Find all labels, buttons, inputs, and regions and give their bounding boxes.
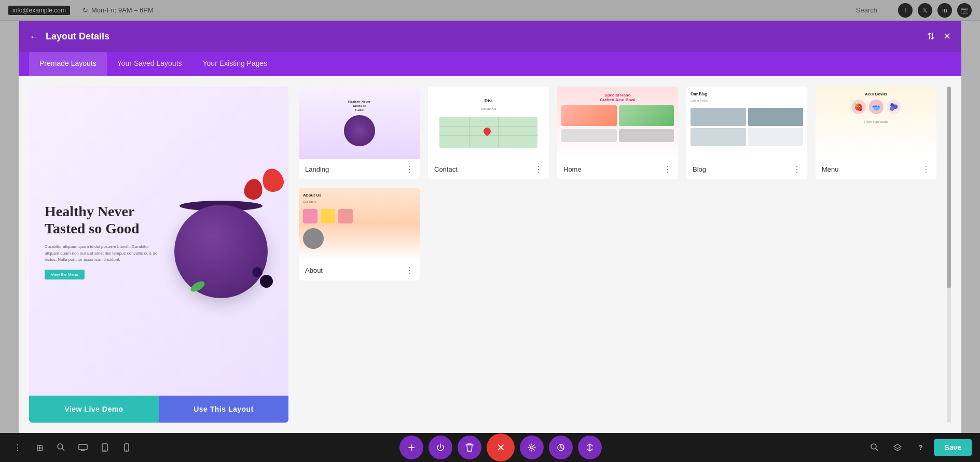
blog-img4 <box>748 128 804 146</box>
about-icon1 <box>303 209 318 223</box>
bowl-graphic <box>174 205 268 298</box>
svg-line-1 <box>62 449 64 451</box>
more-options-button[interactable]: ⋮ <box>8 438 27 457</box>
svg-line-12 <box>876 449 878 451</box>
mobile-view-button[interactable] <box>117 438 136 457</box>
layout-name: Landing <box>305 165 329 173</box>
tab-saved-layouts[interactable]: Your Saved Layouts <box>107 52 192 76</box>
search-right-button[interactable] <box>865 438 884 457</box>
featured-layout-card: Healthy Never Tasted so Good Curabitur a… <box>29 87 288 423</box>
map-pin-icon <box>482 126 492 136</box>
preview-bowl-icon <box>344 115 375 146</box>
home-img4 <box>619 129 674 142</box>
svg-point-8 <box>126 450 127 451</box>
layout-card-menu[interactable]: Acui Bowls 🍓 🥣 🫐 Fresh Ingredients <box>816 87 936 179</box>
layout-card-blog[interactable]: Our Blog Latest Posts Blog ⋮ <box>686 87 807 179</box>
svg-rect-2 <box>79 444 87 450</box>
view-live-demo-button[interactable]: View Live Demo <box>29 396 159 423</box>
layout-menu-icon[interactable]: ⋮ <box>664 164 672 174</box>
layout-name: About <box>305 267 323 274</box>
layout-name: Blog <box>693 165 706 173</box>
tab-existing-pages[interactable]: Your Existing Pages <box>192 52 278 76</box>
scrollbar-thumb[interactable] <box>947 87 951 288</box>
layout-card-home[interactable]: Special HandCrafted Acui Bowl Home ⋮ <box>557 87 678 179</box>
blog-img2 <box>748 108 804 126</box>
layout-card-footer: Blog ⋮ <box>686 159 807 179</box>
about-avatar <box>303 228 324 249</box>
layers-button[interactable] <box>888 438 907 457</box>
svg-point-9 <box>531 446 533 449</box>
layout-preview-home: Special HandCrafted Acui Bowl <box>557 87 678 159</box>
layout-preview-about: About Us Our Story <box>299 188 420 260</box>
featured-body: Curabitur aliquam quam id dui posuere bl… <box>45 244 159 263</box>
strawberry-icon <box>260 166 286 194</box>
desktop-view-button[interactable] <box>74 438 92 457</box>
toolbar-left-section: ⋮ ⊞ <box>8 438 136 457</box>
layout-card-footer: Menu ⋮ <box>816 159 936 179</box>
close-fab-button[interactable]: ✕ <box>487 433 515 461</box>
layout-card-about[interactable]: About Us Our Story About ⋮ <box>299 188 420 281</box>
layout-menu-icon[interactable]: ⋮ <box>534 164 543 174</box>
help-button[interactable]: ? <box>911 438 930 457</box>
layout-card-footer: Landing ⋮ <box>299 159 420 179</box>
history-button[interactable] <box>549 436 573 459</box>
layout-preview-landing: Healthy NeverTasted soGood <box>299 87 420 159</box>
home-img1 <box>561 105 617 126</box>
strawberry2-icon <box>243 177 264 201</box>
portability-icon[interactable]: ⇅ <box>927 31 935 42</box>
save-button[interactable]: Save <box>934 439 972 456</box>
toolbar-right-section: ? Save <box>865 438 972 457</box>
toolbar-center-section: + ✕ <box>140 433 861 461</box>
featured-layout-preview: Healthy Never Tasted so Good Curabitur a… <box>29 87 288 396</box>
layout-card-contact[interactable]: Divi Contact Us Contact ⋮ <box>428 87 549 179</box>
use-this-layout-button[interactable]: Use This Layout <box>159 396 288 423</box>
home-img2 <box>619 105 674 126</box>
svg-point-6 <box>104 450 105 451</box>
layout-grid-button[interactable]: ⊞ <box>30 438 49 457</box>
layout-card-footer: Contact ⋮ <box>428 159 549 179</box>
tab-premade-layouts[interactable]: Premade Layouts <box>29 52 107 76</box>
featured-heading: Healthy Never Tasted so Good <box>45 203 159 237</box>
portability-button[interactable] <box>578 436 602 459</box>
berry-icon <box>260 275 273 288</box>
featured-cta: View the Menu <box>45 270 85 279</box>
layout-menu-icon[interactable]: ⋮ <box>405 164 413 174</box>
layout-card-footer: About ⋮ <box>299 260 420 281</box>
about-icon3 <box>338 209 353 223</box>
layout-name: Contact <box>434 165 458 173</box>
featured-text: Healthy Never Tasted so Good Curabitur a… <box>45 102 159 380</box>
scrollbar-track[interactable] <box>947 87 951 423</box>
layout-menu-icon[interactable]: ⋮ <box>922 164 930 174</box>
layout-preview-blog: Our Blog Latest Posts <box>686 87 807 159</box>
settings-button[interactable] <box>520 436 544 459</box>
add-section-button[interactable]: + <box>399 436 423 459</box>
delete-button[interactable] <box>458 436 481 459</box>
menu-item-icon: 🥣 <box>869 100 884 114</box>
layout-menu-icon[interactable]: ⋮ <box>405 265 413 275</box>
layout-name: Home <box>563 165 582 173</box>
layout-card-landing[interactable]: Healthy NeverTasted soGood Landing ⋮ <box>299 87 420 179</box>
menu-item-icon: 🍓 <box>851 100 866 114</box>
about-icon2 <box>321 209 335 223</box>
tablet-view-button[interactable] <box>95 438 114 457</box>
modal-header: ← Layout Details ⇅ ✕ <box>19 21 961 52</box>
menu-item-icon: 🫐 <box>887 100 901 114</box>
bottom-toolbar: ⋮ ⊞ + ✕ <box>0 433 980 462</box>
map-graphic <box>439 117 537 148</box>
featured-actions: View Live Demo Use This Layout <box>29 396 288 423</box>
search-button[interactable] <box>52 438 71 457</box>
berry2-icon <box>252 267 263 277</box>
layout-preview-contact: Divi Contact Us <box>428 87 549 159</box>
layout-name: Menu <box>822 165 839 173</box>
home-img3 <box>561 129 617 142</box>
layout-menu-icon[interactable]: ⋮ <box>793 164 801 174</box>
featured-image <box>169 102 273 380</box>
modal-body: Healthy Never Tasted so Good Curabitur a… <box>19 76 961 433</box>
toggle-power-button[interactable] <box>429 436 452 459</box>
close-icon[interactable]: ✕ <box>943 31 951 42</box>
svg-point-0 <box>58 444 63 449</box>
back-button[interactable]: ← <box>29 31 39 43</box>
blog-img1 <box>691 108 746 126</box>
svg-point-11 <box>871 444 876 449</box>
layout-card-footer: Home ⋮ <box>557 159 678 179</box>
